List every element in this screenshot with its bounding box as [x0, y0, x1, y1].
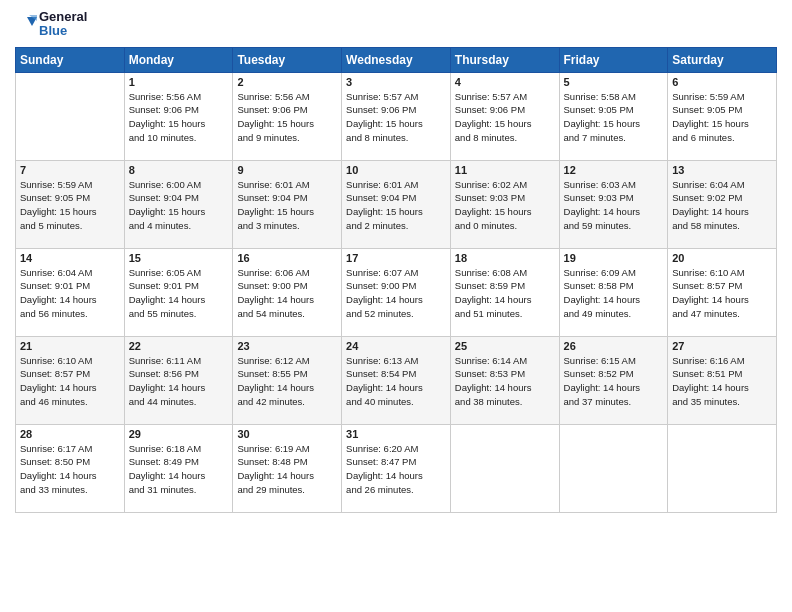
day-number: 20 [672, 252, 772, 264]
calendar-cell: 27Sunrise: 6:16 AM Sunset: 8:51 PM Dayli… [668, 336, 777, 424]
day-info: Sunrise: 6:17 AM Sunset: 8:50 PM Dayligh… [20, 442, 120, 497]
calendar-cell [450, 424, 559, 512]
day-info: Sunrise: 6:07 AM Sunset: 9:00 PM Dayligh… [346, 266, 446, 321]
calendar-cell: 21Sunrise: 6:10 AM Sunset: 8:57 PM Dayli… [16, 336, 125, 424]
day-number: 13 [672, 164, 772, 176]
day-info: Sunrise: 5:57 AM Sunset: 9:06 PM Dayligh… [346, 90, 446, 145]
calendar-week-row: 14Sunrise: 6:04 AM Sunset: 9:01 PM Dayli… [16, 248, 777, 336]
calendar-body: 1Sunrise: 5:56 AM Sunset: 9:06 PM Daylig… [16, 72, 777, 512]
calendar-cell: 9Sunrise: 6:01 AM Sunset: 9:04 PM Daylig… [233, 160, 342, 248]
day-number: 8 [129, 164, 229, 176]
day-number: 11 [455, 164, 555, 176]
day-number: 26 [564, 340, 664, 352]
calendar-table: SundayMondayTuesdayWednesdayThursdayFrid… [15, 47, 777, 513]
weekday-header-cell: Monday [124, 47, 233, 72]
weekday-header-cell: Saturday [668, 47, 777, 72]
day-number: 10 [346, 164, 446, 176]
day-info: Sunrise: 6:11 AM Sunset: 8:56 PM Dayligh… [129, 354, 229, 409]
day-number: 22 [129, 340, 229, 352]
calendar-cell: 4Sunrise: 5:57 AM Sunset: 9:06 PM Daylig… [450, 72, 559, 160]
day-number: 23 [237, 340, 337, 352]
weekday-header-cell: Wednesday [342, 47, 451, 72]
calendar-cell: 29Sunrise: 6:18 AM Sunset: 8:49 PM Dayli… [124, 424, 233, 512]
calendar-cell: 23Sunrise: 6:12 AM Sunset: 8:55 PM Dayli… [233, 336, 342, 424]
day-info: Sunrise: 5:59 AM Sunset: 9:05 PM Dayligh… [672, 90, 772, 145]
weekday-header-row: SundayMondayTuesdayWednesdayThursdayFrid… [16, 47, 777, 72]
day-number: 30 [237, 428, 337, 440]
day-number: 4 [455, 76, 555, 88]
calendar-cell: 25Sunrise: 6:14 AM Sunset: 8:53 PM Dayli… [450, 336, 559, 424]
calendar-cell: 30Sunrise: 6:19 AM Sunset: 8:48 PM Dayli… [233, 424, 342, 512]
day-info: Sunrise: 6:03 AM Sunset: 9:03 PM Dayligh… [564, 178, 664, 233]
calendar-cell [16, 72, 125, 160]
day-number: 14 [20, 252, 120, 264]
calendar-week-row: 28Sunrise: 6:17 AM Sunset: 8:50 PM Dayli… [16, 424, 777, 512]
calendar-cell: 20Sunrise: 6:10 AM Sunset: 8:57 PM Dayli… [668, 248, 777, 336]
calendar-cell: 15Sunrise: 6:05 AM Sunset: 9:01 PM Dayli… [124, 248, 233, 336]
calendar-cell: 13Sunrise: 6:04 AM Sunset: 9:02 PM Dayli… [668, 160, 777, 248]
day-info: Sunrise: 6:09 AM Sunset: 8:58 PM Dayligh… [564, 266, 664, 321]
calendar-cell: 8Sunrise: 6:00 AM Sunset: 9:04 PM Daylig… [124, 160, 233, 248]
day-number: 15 [129, 252, 229, 264]
day-number: 1 [129, 76, 229, 88]
calendar-cell: 6Sunrise: 5:59 AM Sunset: 9:05 PM Daylig… [668, 72, 777, 160]
day-info: Sunrise: 6:19 AM Sunset: 8:48 PM Dayligh… [237, 442, 337, 497]
calendar-cell: 3Sunrise: 5:57 AM Sunset: 9:06 PM Daylig… [342, 72, 451, 160]
calendar-week-row: 1Sunrise: 5:56 AM Sunset: 9:06 PM Daylig… [16, 72, 777, 160]
day-number: 2 [237, 76, 337, 88]
calendar-cell [559, 424, 668, 512]
calendar-container: General Blue SundayMondayTuesdayWednesda… [0, 0, 792, 612]
logo: General Blue [15, 10, 87, 39]
logo-text-block: General Blue [15, 10, 87, 39]
day-number: 3 [346, 76, 446, 88]
day-info: Sunrise: 5:57 AM Sunset: 9:06 PM Dayligh… [455, 90, 555, 145]
calendar-week-row: 21Sunrise: 6:10 AM Sunset: 8:57 PM Dayli… [16, 336, 777, 424]
day-number: 25 [455, 340, 555, 352]
day-number: 31 [346, 428, 446, 440]
logo-blue: Blue [39, 24, 87, 38]
calendar-cell: 1Sunrise: 5:56 AM Sunset: 9:06 PM Daylig… [124, 72, 233, 160]
weekday-header-cell: Tuesday [233, 47, 342, 72]
day-info: Sunrise: 6:06 AM Sunset: 9:00 PM Dayligh… [237, 266, 337, 321]
calendar-cell: 24Sunrise: 6:13 AM Sunset: 8:54 PM Dayli… [342, 336, 451, 424]
day-number: 29 [129, 428, 229, 440]
calendar-cell: 7Sunrise: 5:59 AM Sunset: 9:05 PM Daylig… [16, 160, 125, 248]
calendar-cell: 19Sunrise: 6:09 AM Sunset: 8:58 PM Dayli… [559, 248, 668, 336]
calendar-cell [668, 424, 777, 512]
day-number: 24 [346, 340, 446, 352]
day-number: 28 [20, 428, 120, 440]
day-info: Sunrise: 6:04 AM Sunset: 9:02 PM Dayligh… [672, 178, 772, 233]
calendar-cell: 17Sunrise: 6:07 AM Sunset: 9:00 PM Dayli… [342, 248, 451, 336]
day-number: 7 [20, 164, 120, 176]
calendar-week-row: 7Sunrise: 5:59 AM Sunset: 9:05 PM Daylig… [16, 160, 777, 248]
day-info: Sunrise: 6:20 AM Sunset: 8:47 PM Dayligh… [346, 442, 446, 497]
day-info: Sunrise: 6:02 AM Sunset: 9:03 PM Dayligh… [455, 178, 555, 233]
calendar-cell: 28Sunrise: 6:17 AM Sunset: 8:50 PM Dayli… [16, 424, 125, 512]
day-info: Sunrise: 6:14 AM Sunset: 8:53 PM Dayligh… [455, 354, 555, 409]
day-info: Sunrise: 6:10 AM Sunset: 8:57 PM Dayligh… [20, 354, 120, 409]
day-info: Sunrise: 6:13 AM Sunset: 8:54 PM Dayligh… [346, 354, 446, 409]
day-info: Sunrise: 6:16 AM Sunset: 8:51 PM Dayligh… [672, 354, 772, 409]
calendar-cell: 10Sunrise: 6:01 AM Sunset: 9:04 PM Dayli… [342, 160, 451, 248]
weekday-header-cell: Thursday [450, 47, 559, 72]
day-info: Sunrise: 5:59 AM Sunset: 9:05 PM Dayligh… [20, 178, 120, 233]
day-info: Sunrise: 5:58 AM Sunset: 9:05 PM Dayligh… [564, 90, 664, 145]
calendar-cell: 5Sunrise: 5:58 AM Sunset: 9:05 PM Daylig… [559, 72, 668, 160]
logo-bird-icon [15, 13, 37, 35]
day-number: 17 [346, 252, 446, 264]
day-number: 5 [564, 76, 664, 88]
day-info: Sunrise: 6:04 AM Sunset: 9:01 PM Dayligh… [20, 266, 120, 321]
day-info: Sunrise: 5:56 AM Sunset: 9:06 PM Dayligh… [129, 90, 229, 145]
day-number: 16 [237, 252, 337, 264]
calendar-cell: 2Sunrise: 5:56 AM Sunset: 9:06 PM Daylig… [233, 72, 342, 160]
day-info: Sunrise: 6:08 AM Sunset: 8:59 PM Dayligh… [455, 266, 555, 321]
day-info: Sunrise: 6:01 AM Sunset: 9:04 PM Dayligh… [237, 178, 337, 233]
calendar-cell: 26Sunrise: 6:15 AM Sunset: 8:52 PM Dayli… [559, 336, 668, 424]
calendar-cell: 18Sunrise: 6:08 AM Sunset: 8:59 PM Dayli… [450, 248, 559, 336]
calendar-cell: 11Sunrise: 6:02 AM Sunset: 9:03 PM Dayli… [450, 160, 559, 248]
day-number: 27 [672, 340, 772, 352]
day-info: Sunrise: 5:56 AM Sunset: 9:06 PM Dayligh… [237, 90, 337, 145]
calendar-cell: 12Sunrise: 6:03 AM Sunset: 9:03 PM Dayli… [559, 160, 668, 248]
calendar-cell: 31Sunrise: 6:20 AM Sunset: 8:47 PM Dayli… [342, 424, 451, 512]
header: General Blue [15, 10, 777, 39]
